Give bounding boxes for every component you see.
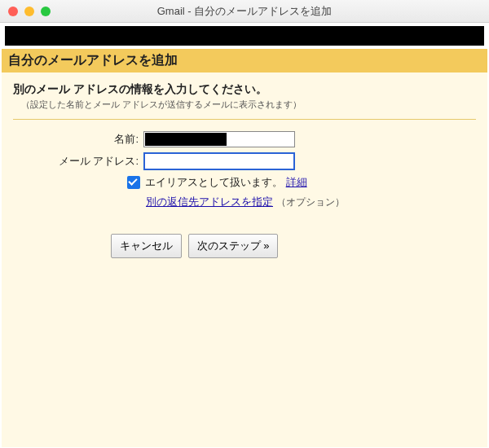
maximize-icon[interactable] xyxy=(41,7,51,16)
email-field[interactable] xyxy=(143,152,295,170)
reply-row: 別の返信先アドレスを指定 （オプション） xyxy=(146,195,476,209)
reply-address-link[interactable]: 別の返信先アドレスを指定 xyxy=(146,195,273,208)
instruction-title: 別のメール アドレスの情報を入力してください。 xyxy=(13,82,476,97)
button-row: キャンセル 次のステップ » xyxy=(111,234,476,258)
window-title: Gmail - 自分のメールアドレスを追加 xyxy=(0,4,489,19)
cancel-button[interactable]: キャンセル xyxy=(111,234,182,258)
window-titlebar: Gmail - 自分のメールアドレスを追加 xyxy=(0,0,489,23)
divider xyxy=(13,119,476,120)
name-input[interactable] xyxy=(143,131,295,147)
content-area: 別のメール アドレスの情報を入力してください。 （設定した名前とメール アドレス… xyxy=(2,72,487,447)
page-title: 自分のメールアドレスを追加 xyxy=(2,49,487,72)
alias-row: エイリアスとして扱います。 詳細 xyxy=(127,175,476,190)
minimize-icon[interactable] xyxy=(24,7,34,16)
email-label: メール アドレス: xyxy=(13,154,143,169)
alias-details-link[interactable]: 詳細 xyxy=(286,175,307,190)
email-row: メール アドレス: xyxy=(13,152,476,170)
next-step-button[interactable]: 次のステップ » xyxy=(188,234,279,258)
traffic-lights xyxy=(8,7,51,16)
alias-checkbox[interactable] xyxy=(127,176,140,189)
close-icon[interactable] xyxy=(8,7,18,16)
reply-option-text: （オプション） xyxy=(276,196,345,208)
instruction-subtitle: （設定した名前とメール アドレスが送信するメールに表示されます） xyxy=(21,99,476,111)
alias-text: エイリアスとして扱います。 xyxy=(145,175,283,190)
redacted-name xyxy=(145,133,227,146)
name-label: 名前: xyxy=(13,132,143,147)
name-row: 名前: xyxy=(13,131,476,147)
redacted-bar xyxy=(5,26,484,46)
